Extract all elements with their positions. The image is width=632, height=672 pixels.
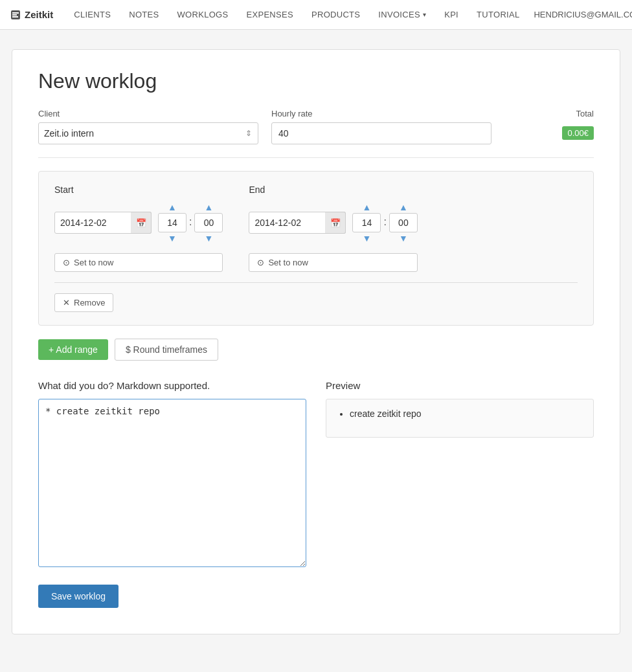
start-hour-input[interactable] [158, 213, 186, 232]
start-datetime-row: 📅 ▲ ▼ : ▲ ▼ [54, 203, 223, 243]
end-hour-up-button[interactable]: ▲ [360, 203, 374, 212]
user-email: HENDRICIUS@GMAIL.COM [534, 10, 632, 19]
start-minute-up-button[interactable]: ▲ [202, 203, 216, 212]
save-label: Save worklog [51, 591, 106, 601]
range-section: Start 📅 ▲ ▼ : [38, 171, 594, 326]
start-date-wrapper: 📅 [54, 212, 152, 234]
save-section: Save worklog [38, 585, 594, 608]
end-hour-input[interactable] [352, 213, 381, 232]
start-minute-spinner: ▲ ▼ [194, 203, 223, 243]
nav-notes[interactable]: NOTES [120, 0, 168, 30]
end-set-to-now-label: Set to now [268, 258, 308, 267]
remove-x-icon: ✕ [63, 298, 70, 308]
add-range-label: + Add range [49, 344, 98, 355]
nav-links: CLIENTS NOTES WORKLOGS EXPENSES PRODUCTS… [65, 0, 528, 30]
top-divider [38, 157, 594, 158]
end-minute-down-button[interactable]: ▼ [396, 234, 411, 243]
client-select[interactable]: Zeit.io intern [38, 122, 258, 144]
time-colon-end: : [383, 216, 386, 229]
start-set-to-now-button[interactable]: ⊙ Set to now [54, 253, 223, 272]
description-textarea[interactable]: * create zeitkit repo [38, 399, 306, 567]
round-timeframes-button[interactable]: $ Round timeframes [115, 339, 218, 361]
start-minute-input[interactable] [194, 213, 223, 232]
end-time-spinners: ▲ ▼ : ▲ ▼ [352, 203, 417, 243]
remove-label: Remove [74, 298, 105, 308]
total-group: Total 0.00€ [562, 109, 594, 140]
start-time-spinners: ▲ ▼ : ▲ ▼ [158, 203, 223, 243]
preview-box: create zeitkit repo [326, 399, 594, 438]
action-row: + Add range $ Round timeframes [38, 339, 594, 361]
nav-invoices[interactable]: INVOICES ▾ [369, 0, 435, 30]
nav-right: HENDRICIUS@GMAIL.COM ▾ [528, 10, 632, 19]
end-datetime-row: 📅 ▲ ▼ : ▲ ▼ [249, 203, 417, 243]
svg-rect-3 [12, 16, 18, 17]
nav-kpi[interactable]: KPI [435, 0, 468, 30]
client-label: Client [38, 109, 258, 118]
total-badge: 0.00€ [562, 126, 594, 140]
end-minute-spinner: ▲ ▼ [389, 203, 418, 243]
main-container: New worklog Client Zeit.io intern ⇕ Hour… [12, 49, 620, 634]
page-title: New worklog [38, 69, 594, 93]
end-calendar-button[interactable]: 📅 [325, 212, 346, 234]
calendar-icon-end: 📅 [330, 218, 341, 228]
round-timeframes-label: $ Round timeframes [126, 344, 207, 355]
save-worklog-button[interactable]: Save worklog [38, 585, 119, 608]
clock-icon-start: ⊙ [63, 258, 70, 267]
end-hour-down-button[interactable]: ▼ [360, 234, 374, 243]
start-calendar-button[interactable]: 📅 [131, 212, 152, 234]
calendar-icon: 📅 [136, 218, 146, 228]
brand-name: Zeitkit [25, 9, 53, 20]
range-divider [54, 282, 578, 283]
nav-worklogs[interactable]: WORKLOGS [168, 0, 238, 30]
nav-tutorial[interactable]: TUTORIAL [468, 0, 528, 30]
hourly-rate-group: Hourly rate [271, 109, 491, 144]
end-set-to-now-button[interactable]: ⊙ Set to now [249, 253, 417, 272]
start-minute-down-button[interactable]: ▼ [202, 234, 216, 243]
invoices-caret-icon: ▾ [423, 11, 426, 18]
top-form-row: Client Zeit.io intern ⇕ Hourly rate Tota… [38, 109, 594, 144]
preview-label: Preview [326, 380, 594, 391]
nav-expenses[interactable]: EXPENSES [237, 0, 302, 30]
user-menu[interactable]: HENDRICIUS@GMAIL.COM ▾ [528, 10, 632, 19]
start-block: Start 📅 ▲ ▼ : [54, 185, 223, 272]
start-hour-down-button[interactable]: ▼ [165, 234, 179, 243]
start-label: Start [54, 185, 223, 195]
start-hour-up-button[interactable]: ▲ [165, 203, 179, 212]
add-range-button[interactable]: + Add range [38, 339, 108, 360]
svg-rect-1 [12, 12, 19, 14]
start-set-to-now-label: Set to now [74, 258, 113, 267]
start-hour-spinner: ▲ ▼ [158, 203, 186, 243]
remove-button[interactable]: ✕ Remove [54, 293, 113, 312]
navbar: Zeitkit CLIENTS NOTES WORKLOGS EXPENSES … [0, 0, 632, 30]
preview-section: Preview create zeitkit repo [326, 380, 594, 438]
preview-item: create zeitkit repo [350, 409, 583, 419]
end-date-wrapper: 📅 [249, 212, 346, 234]
client-group: Client Zeit.io intern ⇕ [38, 109, 258, 144]
desc-preview-row: What did you do? Markdown supported. * c… [38, 380, 594, 569]
clock-icon-end: ⊙ [257, 258, 264, 267]
end-label: End [249, 185, 417, 195]
description-section: What did you do? Markdown supported. * c… [38, 380, 306, 569]
range-row: Start 📅 ▲ ▼ : [54, 185, 578, 272]
svg-rect-2 [12, 14, 17, 16]
hourly-rate-input[interactable] [271, 122, 491, 144]
brand-logo[interactable]: Zeitkit [10, 9, 53, 20]
nav-clients[interactable]: CLIENTS [65, 0, 120, 30]
description-label: What did you do? Markdown supported. [38, 380, 306, 391]
total-label: Total [562, 109, 594, 118]
client-select-wrapper: Zeit.io intern ⇕ [38, 122, 258, 144]
end-block: End 📅 ▲ ▼ : [249, 185, 417, 272]
end-minute-input[interactable] [389, 213, 418, 232]
end-minute-up-button[interactable]: ▲ [396, 203, 411, 212]
time-colon-start: : [189, 216, 192, 229]
hourly-rate-label: Hourly rate [271, 109, 491, 118]
nav-products[interactable]: PRODUCTS [302, 0, 369, 30]
end-hour-spinner: ▲ ▼ [352, 203, 381, 243]
brand-icon [10, 10, 21, 20]
